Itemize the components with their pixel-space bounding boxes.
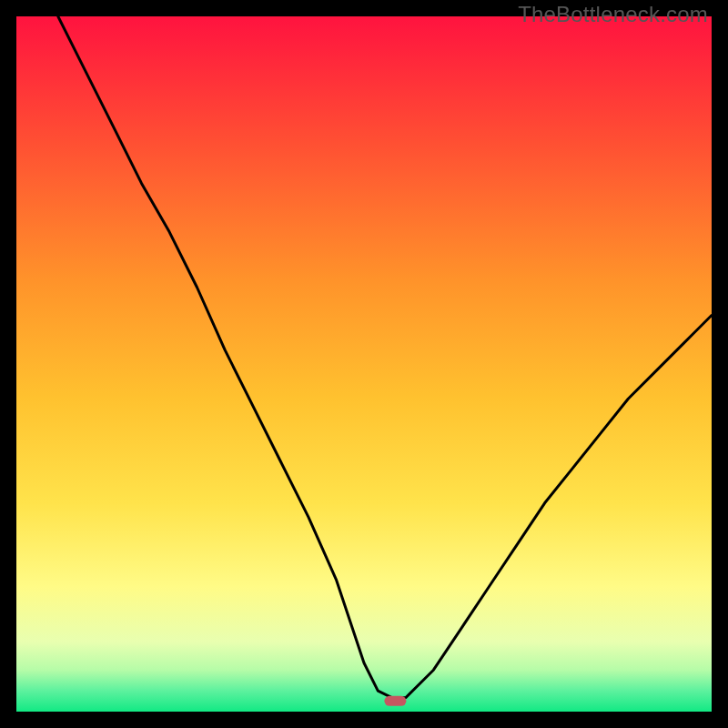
gradient-background	[16, 16, 712, 712]
chart-frame	[16, 16, 712, 712]
optimal-marker	[384, 696, 406, 706]
bottleneck-chart	[16, 16, 712, 712]
watermark-text: TheBottleneck.com	[518, 2, 708, 27]
